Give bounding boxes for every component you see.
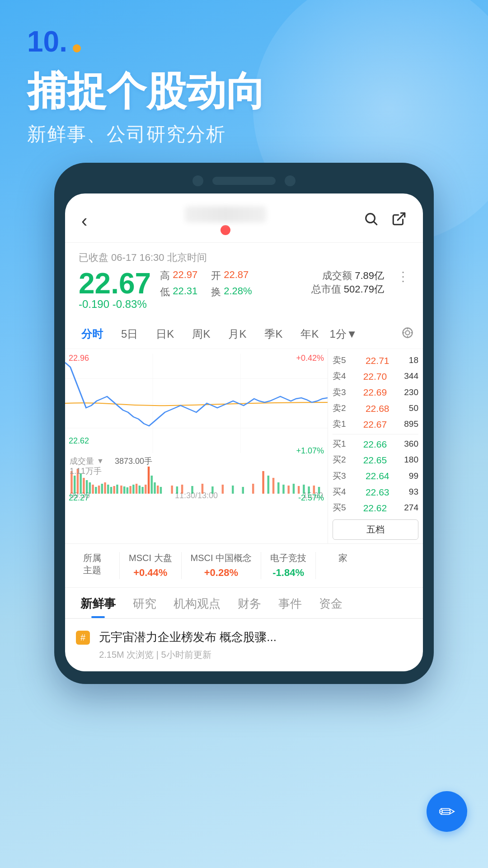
buy-4-row: 买4 22.63 93 xyxy=(333,484,418,500)
search-icon[interactable] xyxy=(363,211,379,231)
svg-rect-48 xyxy=(202,484,203,494)
theme-divider-2 xyxy=(181,552,182,579)
svg-rect-15 xyxy=(74,476,75,494)
turnover-label-val: 换 2.28% xyxy=(211,285,252,299)
chart-high-pct: +0.42% xyxy=(296,354,324,363)
news-meta: 2.15M 次浏览 | 5小时前更新 xyxy=(99,649,412,661)
logo-number: 10. xyxy=(27,27,67,56)
tab-weekk[interactable]: 周K xyxy=(185,324,217,344)
turnover-label: 换 xyxy=(211,285,221,299)
chart-low-price: 22.27 xyxy=(69,493,89,503)
svg-rect-30 xyxy=(120,486,122,494)
news-content: 元宇宙潜力企业榜发布 概念股骤... 2.15M 次浏览 | 5小时前更新 xyxy=(99,629,412,661)
theme-divider-3 xyxy=(261,552,261,579)
stock-price: 22.67 xyxy=(79,269,151,298)
svg-rect-21 xyxy=(92,485,94,494)
svg-rect-35 xyxy=(136,484,137,494)
fab-write-button[interactable]: ✏ xyxy=(427,791,467,832)
svg-rect-26 xyxy=(107,485,109,494)
high-label: 高 xyxy=(160,269,170,283)
chart-main-area: 22.96 22.62 22.27 +0.42% +1.07% -2.57% xyxy=(65,349,423,544)
chart-interval-selector[interactable]: 1分▼ xyxy=(329,327,357,341)
svg-rect-58 xyxy=(282,485,284,494)
svg-rect-34 xyxy=(132,485,134,494)
tab-events[interactable]: 事件 xyxy=(272,588,308,618)
tab-research[interactable]: 研究 xyxy=(127,588,163,618)
tab-finance[interactable]: 财务 xyxy=(231,588,267,618)
vol-dropdown-icon[interactable]: ▼ xyxy=(97,457,104,465)
target-icon[interactable] xyxy=(401,326,414,342)
chart-high-price: 22.96 xyxy=(69,354,89,363)
theme-item-esports[interactable]: 电子竞技 -1.84% xyxy=(270,552,306,579)
svg-rect-46 xyxy=(181,485,183,494)
svg-rect-56 xyxy=(272,478,274,494)
news-title: 元宇宙潜力企业榜发布 概念股骤... xyxy=(99,629,412,645)
tab-monthk[interactable]: 月K xyxy=(221,324,253,344)
svg-rect-37 xyxy=(141,487,143,494)
back-button[interactable]: ‹ xyxy=(81,211,87,231)
high-label-val: 高 22.97 xyxy=(160,269,197,283)
chart-tabs: 分时 5日 日K 周K 月K 季K 年K 1分▼ xyxy=(65,320,423,349)
tab-seasonk[interactable]: 季K xyxy=(257,324,290,344)
share-icon[interactable] xyxy=(391,211,407,231)
stock-info-area: 已收盘 06-17 16:30 北京时间 22.67 -0.190 -0.83%… xyxy=(65,243,423,320)
theme-item-msci-large[interactable]: MSCI 大盘 +0.44% xyxy=(129,552,172,579)
market-cap-label-val: 总市值 502.79亿 xyxy=(311,283,384,296)
tab-yeark[interactable]: 年K xyxy=(293,324,326,344)
theme-section: 所属 主题 MSCI 大盘 +0.44% MSCI 中国概念 +0.28% 电子… xyxy=(65,544,423,588)
phone-top-bar xyxy=(65,175,423,186)
low-label: 低 xyxy=(160,285,170,299)
tab-dayk[interactable]: 日K xyxy=(149,324,181,344)
theme-item-main[interactable]: 所属 主题 xyxy=(74,552,110,579)
high-value: 22.97 xyxy=(173,269,197,283)
price-details: 高 22.97 开 22.87 低 22.31 xyxy=(160,269,302,299)
svg-line-1 xyxy=(374,222,377,224)
more-options-icon[interactable]: ⋮ xyxy=(397,269,409,284)
tab-fresh-news[interactable]: 新鲜事 xyxy=(74,588,122,618)
header-icons xyxy=(363,211,407,231)
tab-minute[interactable]: 分时 xyxy=(74,324,110,344)
svg-rect-24 xyxy=(101,484,103,494)
svg-rect-19 xyxy=(86,480,88,494)
theme-item-msci-china[interactable]: MSCI 中国概念 +0.28% xyxy=(191,552,252,579)
svg-point-4 xyxy=(405,330,409,335)
stock-name-blurred xyxy=(185,206,266,222)
order-book: 卖5 22.71 18 卖4 22.70 344 卖3 22.69 230 xyxy=(328,349,423,543)
front-sensor xyxy=(285,175,296,186)
svg-line-2 xyxy=(398,213,405,220)
price-chart xyxy=(65,354,328,453)
logo-dot xyxy=(73,44,81,52)
tab-institutional-view[interactable]: 机构观点 xyxy=(167,588,227,618)
buy-2-row: 买2 22.65 180 xyxy=(333,452,418,468)
tab-capital[interactable]: 资金 xyxy=(313,588,349,618)
turnover-value: 2.28% xyxy=(224,285,252,299)
chart-low-pct: -2.57% xyxy=(298,493,324,503)
svg-rect-61 xyxy=(298,486,300,494)
buy-3-row: 买3 22.64 99 xyxy=(333,468,418,484)
theme-item-home[interactable]: 家 xyxy=(325,552,361,579)
sell-5-row: 卖5 22.71 18 xyxy=(333,353,418,368)
market-status: 已收盘 06-17 16:30 北京时间 xyxy=(79,251,409,264)
buy-1-row: 买1 22.66 360 xyxy=(333,436,418,452)
chart-mid-price: 22.62 xyxy=(69,436,89,446)
phone-screen: ‹ xyxy=(65,193,423,671)
svg-rect-38 xyxy=(145,485,146,494)
svg-rect-20 xyxy=(89,482,91,494)
open-value: 22.87 xyxy=(224,269,249,283)
five-stalls-button[interactable]: 五档 xyxy=(333,519,418,540)
tab-5day[interactable]: 5日 xyxy=(114,324,145,344)
sell-1-row: 卖1 22.67 895 xyxy=(333,416,418,432)
phone-mockup: ‹ xyxy=(54,163,434,684)
sell-2-row: 卖2 22.68 50 xyxy=(333,401,418,416)
svg-rect-32 xyxy=(127,487,128,494)
high-open-row: 高 22.97 开 22.87 xyxy=(160,269,302,283)
low-turnover-row: 低 22.31 换 2.28% xyxy=(160,285,302,299)
news-item[interactable]: # 元宇宙潜力企业榜发布 概念股骤... 2.15M 次浏览 | 5小时前更新 xyxy=(65,619,423,671)
svg-rect-50 xyxy=(222,485,224,494)
phone-speaker xyxy=(212,177,276,185)
tagline-main: 捕捉个股动向 xyxy=(27,70,461,113)
vol-value: 3873.00手 xyxy=(115,456,152,467)
svg-rect-65 xyxy=(318,487,320,494)
svg-rect-62 xyxy=(303,485,305,494)
svg-rect-60 xyxy=(293,484,295,494)
